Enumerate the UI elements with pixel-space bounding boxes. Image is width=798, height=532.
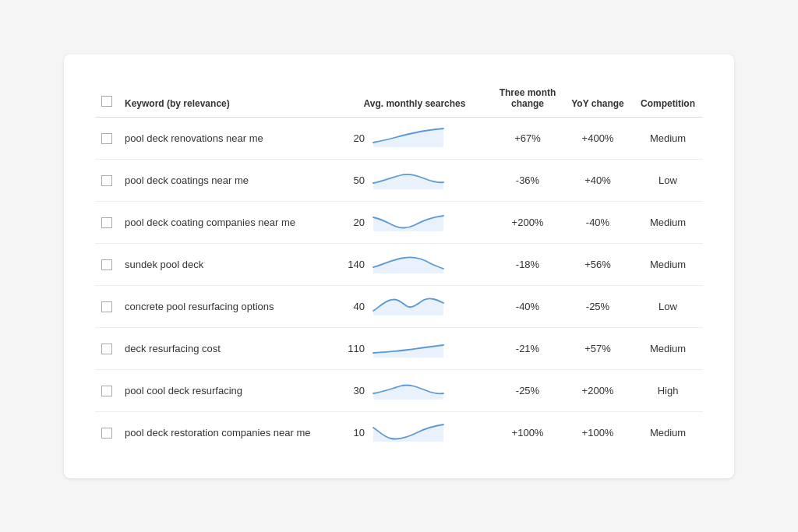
row-2-searches: 20 xyxy=(337,201,493,243)
row-7-competition: Medium xyxy=(633,411,703,453)
row-7-searches-num: 10 xyxy=(343,427,365,439)
row-4-sparkline xyxy=(369,294,447,319)
row-3-sparkline xyxy=(369,252,447,277)
row-5-searches: 110 xyxy=(337,327,493,369)
row-6-yoy: +200% xyxy=(563,369,633,411)
row-5-checkbox-cell xyxy=(95,327,118,369)
row-7-searches: 10 xyxy=(337,411,493,453)
row-2-sparkline xyxy=(369,210,447,235)
row-3-competition: Medium xyxy=(633,243,703,285)
row-4-checkbox[interactable] xyxy=(101,301,112,312)
row-0-yoy: +400% xyxy=(563,117,633,159)
row-3-checkbox-cell xyxy=(95,243,118,285)
table-row: pool deck restoration companies near me1… xyxy=(95,411,703,453)
row-5-checkbox[interactable] xyxy=(101,344,112,354)
table-row: pool deck renovations near me20+67%+400%… xyxy=(95,117,703,159)
row-1-searches: 50 xyxy=(337,159,493,201)
row-6-sparkline xyxy=(369,378,447,403)
row-3-checkbox[interactable] xyxy=(101,259,112,270)
row-1-competition: Low xyxy=(633,159,703,201)
row-0-searches-num: 20 xyxy=(343,132,365,144)
row-5-competition: Medium xyxy=(633,327,703,369)
row-2-checkbox[interactable] xyxy=(101,217,112,228)
row-2-yoy: -40% xyxy=(563,201,633,243)
row-4-searches-num: 40 xyxy=(343,301,365,312)
table-row: pool deck coatings near me50-36%+40%Low xyxy=(95,159,703,201)
row-1-keyword: pool deck coatings near me xyxy=(118,159,337,201)
row-7-three-month: +100% xyxy=(493,411,563,453)
row-1-checkbox-cell xyxy=(95,159,118,201)
row-0-checkbox-cell xyxy=(95,117,118,159)
row-0-checkbox[interactable] xyxy=(101,133,112,144)
header-yoy: YoY change xyxy=(563,79,633,118)
row-6-keyword: pool cool deck resurfacing xyxy=(118,369,337,411)
row-1-checkbox[interactable] xyxy=(101,175,112,186)
row-4-competition: Low xyxy=(633,285,703,327)
table-row: pool deck coating companies near me20+20… xyxy=(95,201,703,243)
header-checkbox-cell xyxy=(95,79,118,118)
row-3-three-month: -18% xyxy=(493,243,563,285)
header-searches: Avg. monthly searches xyxy=(337,79,493,118)
row-6-searches-num: 30 xyxy=(343,385,365,396)
row-3-searches-num: 140 xyxy=(343,259,365,270)
row-3-searches: 140 xyxy=(337,243,493,285)
row-6-checkbox[interactable] xyxy=(101,386,112,396)
row-1-sparkline xyxy=(369,167,447,193)
row-7-sparkline xyxy=(369,420,447,446)
row-6-checkbox-cell xyxy=(95,369,118,411)
row-0-sparkline xyxy=(369,125,447,151)
header-three-month: Three month change xyxy=(493,79,563,118)
row-4-yoy: -25% xyxy=(563,285,633,327)
row-1-searches-num: 50 xyxy=(343,174,365,186)
row-1-yoy: +40% xyxy=(563,159,633,201)
row-7-checkbox-cell xyxy=(95,411,118,453)
table-row: sundek pool deck140-18%+56%Medium xyxy=(95,243,703,285)
row-5-searches-num: 110 xyxy=(343,343,365,354)
row-5-yoy: +57% xyxy=(563,327,633,369)
row-4-checkbox-cell xyxy=(95,285,118,327)
row-6-three-month: -25% xyxy=(493,369,563,411)
row-0-three-month: +67% xyxy=(493,117,563,159)
row-3-yoy: +56% xyxy=(563,243,633,285)
row-1-three-month: -36% xyxy=(493,159,563,201)
row-5-three-month: -21% xyxy=(493,327,563,369)
row-5-sparkline xyxy=(369,336,447,361)
row-2-three-month: +200% xyxy=(493,201,563,243)
row-6-searches: 30 xyxy=(337,369,493,411)
row-4-keyword: concrete pool resurfacing options xyxy=(118,285,337,327)
row-0-keyword: pool deck renovations near me xyxy=(118,117,337,159)
row-7-keyword: pool deck restoration companies near me xyxy=(118,411,337,453)
row-6-competition: High xyxy=(633,369,703,411)
row-4-searches: 40 xyxy=(337,285,493,327)
table-row: concrete pool resurfacing options40-40%-… xyxy=(95,285,703,327)
row-7-yoy: +100% xyxy=(563,411,633,453)
header-keyword: Keyword (by relevance) xyxy=(118,79,337,118)
row-0-competition: Medium xyxy=(633,117,703,159)
keyword-table: Keyword (by relevance) Avg. monthly sear… xyxy=(95,79,703,453)
row-3-keyword: sundek pool deck xyxy=(118,243,337,285)
row-2-searches-num: 20 xyxy=(343,217,365,228)
header-competition: Competition xyxy=(633,79,703,118)
row-4-three-month: -40% xyxy=(493,285,563,327)
row-5-keyword: deck resurfacing cost xyxy=(118,327,337,369)
row-2-keyword: pool deck coating companies near me xyxy=(118,201,337,243)
row-2-checkbox-cell xyxy=(95,201,118,243)
row-0-searches: 20 xyxy=(337,117,493,159)
header-checkbox[interactable] xyxy=(101,96,112,107)
main-card: Keyword (by relevance) Avg. monthly sear… xyxy=(64,55,734,478)
row-2-competition: Medium xyxy=(633,201,703,243)
table-row: deck resurfacing cost110-21%+57%Medium xyxy=(95,327,703,369)
row-7-checkbox[interactable] xyxy=(101,428,112,439)
table-row: pool cool deck resurfacing30-25%+200%Hig… xyxy=(95,369,703,411)
